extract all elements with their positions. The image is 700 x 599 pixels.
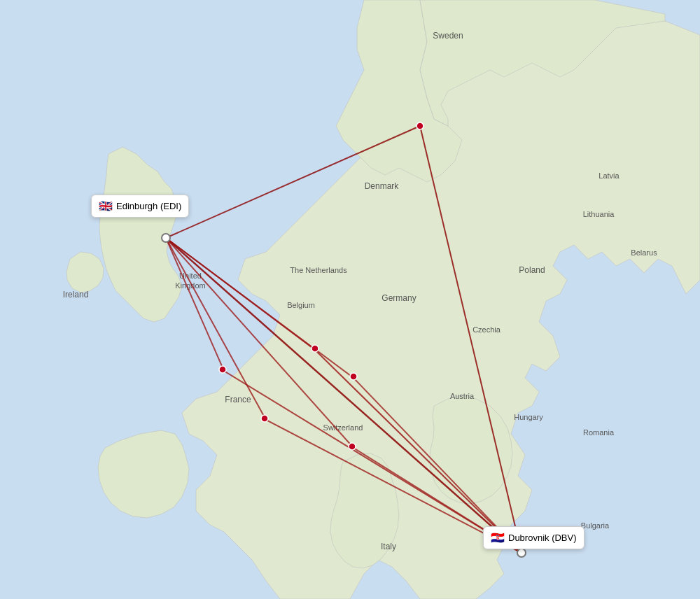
airport-edinburgh-dot	[162, 234, 170, 242]
tooltip-edinburgh: 🇬🇧 Edinburgh (EDI)	[91, 195, 189, 218]
label-switzerland: Switzerland	[323, 423, 363, 432]
label-belarus: Belarus	[631, 248, 657, 257]
waypoint-london	[219, 366, 226, 373]
label-romania: Romania	[583, 428, 615, 437]
label-belgium: Belgium	[287, 301, 315, 309]
label-netherlands: The Netherlands	[290, 266, 347, 274]
map-container: Sweden Latvia Lithuania Belarus Denmark …	[0, 0, 700, 599]
edinburgh-flag: 🇬🇧	[99, 199, 113, 213]
waypoint-frankfurt	[350, 373, 357, 380]
label-italy: Italy	[381, 542, 396, 551]
tooltip-dubrovnik: 🇭🇷 Dubrovnik (DBV)	[483, 526, 584, 549]
waypoint-stockholm	[416, 122, 424, 129]
label-bulgaria: Bulgaria	[581, 521, 610, 530]
label-czechia: Czechia	[472, 325, 501, 334]
waypoint-paris	[261, 415, 268, 422]
label-latvia: Latvia	[598, 171, 620, 180]
waypoint-amsterdam	[312, 345, 318, 352]
label-germany: Germany	[382, 293, 416, 303]
dubrovnik-label: Dubrovnik (DBV)	[508, 533, 577, 543]
label-sweden: Sweden	[433, 31, 463, 41]
label-ireland: Ireland	[63, 290, 89, 300]
label-france: France	[225, 395, 251, 404]
label-poland: Poland	[519, 265, 545, 275]
waypoint-zurich	[349, 443, 356, 450]
label-hungary: Hungary	[514, 413, 543, 421]
edinburgh-label: Edinburgh (EDI)	[116, 201, 181, 211]
label-lithuania: Lithuania	[583, 210, 615, 218]
label-denmark: Denmark	[365, 181, 400, 191]
dubrovnik-flag: 🇭🇷	[491, 531, 505, 544]
airport-dubrovnik-dot	[517, 549, 526, 557]
map-svg: Sweden Latvia Lithuania Belarus Denmark …	[0, 0, 700, 599]
label-austria: Austria	[450, 392, 475, 400]
